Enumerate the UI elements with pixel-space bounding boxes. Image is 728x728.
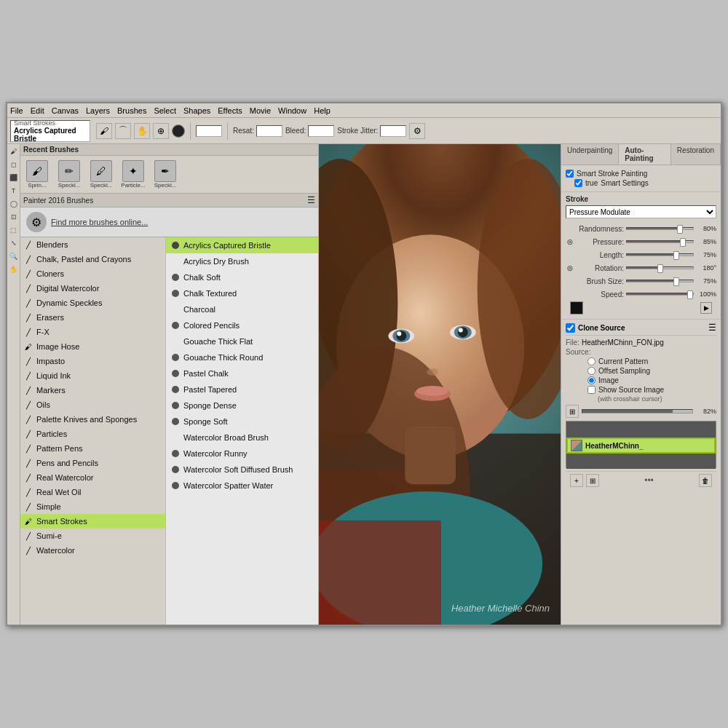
variant-watercolor-runny[interactable]: Watercolor Runny — [166, 446, 318, 462]
smart-stroke-checkbox[interactable] — [566, 170, 574, 178]
variant-pastel-chalk[interactable]: Pastel Chalk — [166, 365, 318, 381]
category-simple[interactable]: ╱ Simple — [20, 499, 165, 514]
variant-watercolor-broad[interactable]: Watercolor Broad Brush — [166, 430, 318, 446]
add-layer-btn[interactable]: + — [570, 474, 583, 487]
menu-shapes[interactable]: Shapes — [183, 106, 210, 115]
source-icon-btn[interactable]: ⊞ — [566, 405, 579, 418]
radio-image-input[interactable] — [587, 376, 596, 384]
brush-size-track[interactable] — [626, 280, 694, 282]
stroke-dropdown[interactable]: Pressure Modulate — [566, 205, 716, 218]
menu-file[interactable]: File — [10, 106, 23, 115]
tool-shape[interactable]: ◯ — [8, 198, 20, 210]
category-real-wet-oil[interactable]: ╱ Real Wet Oil — [20, 485, 165, 499]
recent-brush-3[interactable]: ✦ Particle... — [119, 160, 147, 189]
menu-brushes[interactable]: Brushes — [117, 106, 146, 115]
menu-window[interactable]: Window — [278, 106, 306, 115]
jitter-input[interactable]: 0.00 — [380, 125, 406, 137]
menu-layers[interactable]: Layers — [86, 106, 110, 115]
randomness-thumb[interactable] — [677, 225, 683, 234]
color-square[interactable] — [570, 301, 583, 314]
category-watercolor[interactable]: ╱ Watercolor — [20, 543, 165, 558]
variant-sponge-soft[interactable]: Sponge Soft — [166, 414, 318, 430]
variant-gouache-thick-round[interactable]: Gouache Thick Round — [166, 349, 318, 365]
smart-settings-checkbox[interactable] — [574, 179, 582, 187]
menu-help[interactable]: Help — [314, 106, 331, 115]
more-options-dots[interactable]: ••• — [644, 475, 654, 486]
pressure-thumb[interactable] — [680, 238, 686, 247]
category-particles[interactable]: ╱ Particles — [20, 427, 165, 441]
resat-input[interactable]: 60% — [256, 125, 282, 137]
thumbnail-selected-item[interactable]: HeatherMChinn_ — [566, 438, 716, 454]
recent-brush-0[interactable]: 🖌 Sprin... — [23, 160, 51, 189]
recent-brush-2[interactable]: 🖊 Speckl... — [87, 160, 115, 189]
show-source-checkbox[interactable] — [587, 386, 596, 394]
settings-icon[interactable]: ⚙ — [409, 123, 425, 139]
move-icon[interactable]: ⊕ — [153, 123, 169, 139]
play-button[interactable]: ▶ — [700, 302, 712, 314]
menu-movie[interactable]: Movie — [250, 106, 271, 115]
variant-pastel-tapered[interactable]: Pastel Tapered — [166, 381, 318, 397]
curve-icon[interactable]: ⌒ — [115, 123, 131, 139]
variant-gouache-thick-flat[interactable]: Gouache Thick Flat — [166, 333, 318, 349]
recent-brush-4[interactable]: ✒ Speckl... — [151, 160, 179, 189]
tool-crop[interactable]: ⊡ — [8, 211, 20, 223]
rotation-track[interactable] — [626, 266, 694, 269]
tool-zoom[interactable]: 🔍 — [8, 250, 20, 262]
category-chalk[interactable]: ╱ Chalk, Pastel and Crayons — [20, 252, 165, 266]
variant-acrylics-captured[interactable]: Acrylics Captured Bristle — [166, 237, 318, 253]
variant-colored-pencils[interactable]: Colored Pencils — [166, 317, 318, 333]
source-slider[interactable] — [582, 409, 693, 414]
size-input[interactable]: 20.1 — [196, 125, 222, 137]
recent-brush-1[interactable]: ✏ Speckl... — [55, 160, 83, 189]
category-oils[interactable]: ╱ Oils — [20, 397, 165, 412]
speed-thumb[interactable] — [687, 290, 693, 299]
brush-tool-icon[interactable]: 🖌 — [96, 123, 112, 139]
rotation-thumb[interactable] — [657, 264, 663, 273]
tab-restoration[interactable]: Restoration — [671, 144, 721, 165]
category-fx[interactable]: ╱ F-X — [20, 325, 165, 339]
tool-transform[interactable]: ⤡ — [8, 237, 20, 249]
tool-select[interactable]: ⬚ — [8, 224, 20, 236]
trash-btn[interactable]: 🗑 — [699, 474, 712, 487]
category-sumie[interactable]: ╱ Sumi-e — [20, 529, 165, 543]
category-image-hose[interactable]: 🖌 Image Hose — [20, 339, 165, 354]
brush-selector[interactable]: Smart Strokes Acrylics Captured Bristle — [10, 120, 90, 142]
category-pattern-pens[interactable]: ╱ Pattern Pens — [20, 441, 165, 456]
tool-eraser[interactable]: ◻ — [8, 159, 20, 170]
category-liquid-ink[interactable]: ╱ Liquid Ink — [20, 368, 165, 383]
category-pens-pencils[interactable]: ╱ Pens and Pencils — [20, 456, 165, 470]
category-digital-watercolor[interactable]: ╱ Digital Watercolor — [20, 281, 165, 296]
menu-effects[interactable]: Effects — [218, 106, 242, 115]
category-cloners[interactable]: ╱ Cloners — [20, 266, 165, 281]
menu-edit[interactable]: Edit — [31, 106, 44, 115]
tool-hand[interactable]: ✋ — [8, 264, 20, 275]
tool-paintbrush[interactable]: 🖌 — [8, 146, 20, 157]
length-track[interactable] — [626, 253, 694, 256]
category-smart-strokes[interactable]: 🖌 Smart Strokes — [20, 514, 165, 529]
variant-charcoal[interactable]: Charcoal — [166, 301, 318, 317]
tool-text[interactable]: T — [8, 185, 20, 197]
canvas-area[interactable]: Heather Michelle Chinn — [319, 144, 561, 625]
menu-select[interactable]: Select — [154, 106, 176, 115]
bleed-input[interactable]: 38% — [308, 125, 334, 137]
category-markers[interactable]: ╱ Markers — [20, 383, 165, 397]
color-indicator[interactable] — [172, 124, 185, 138]
brushes-menu-icon[interactable]: ☰ — [307, 195, 315, 205]
brush-size-thumb[interactable] — [673, 277, 679, 286]
tool-fill[interactable]: ⬛ — [8, 172, 20, 183]
length-thumb[interactable] — [673, 251, 679, 260]
radio-offset-sampling-input[interactable] — [587, 367, 596, 375]
category-real-watercolor[interactable]: ╱ Real Watercolor — [20, 470, 165, 485]
variant-acrylics-dry[interactable]: Acrylics Dry Brush — [166, 253, 318, 269]
menu-canvas[interactable]: Canvas — [52, 106, 79, 115]
variant-chalk-textured[interactable]: Chalk Textured — [166, 285, 318, 301]
category-palette-knives[interactable]: ╱ Palette Knives and Sponges — [20, 412, 165, 427]
radio-current-pattern-input[interactable] — [587, 357, 596, 365]
randomness-track[interactable] — [626, 227, 694, 230]
variant-watercolor-spatter[interactable]: Watercolor Spatter Water — [166, 478, 318, 494]
tab-auto-painting[interactable]: Auto-Painting — [619, 144, 671, 165]
tab-underpainting[interactable]: Underpainting — [561, 144, 619, 165]
variant-chalk-soft[interactable]: Chalk Soft — [166, 269, 318, 285]
category-blenders[interactable]: ╱ Blenders — [20, 237, 165, 252]
category-impasto[interactable]: ╱ Impasto — [20, 354, 165, 368]
